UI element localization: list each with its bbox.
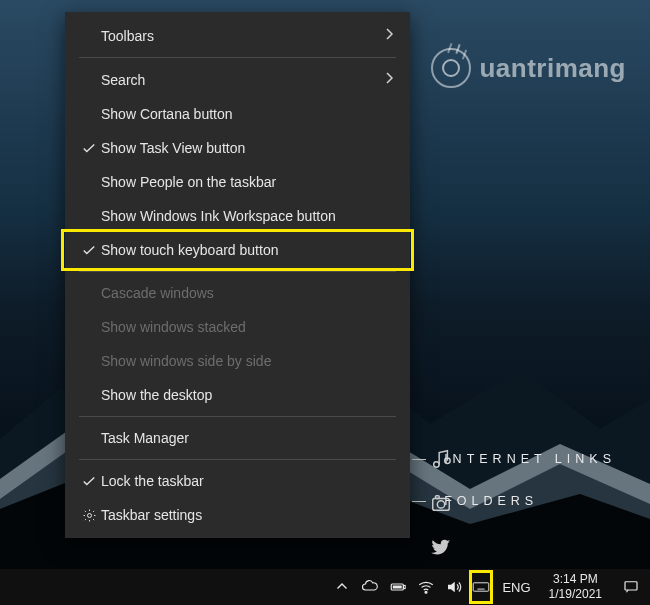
svg-point-0 (434, 462, 440, 468)
menu-label: Show the desktop (101, 387, 394, 403)
menu-label: Taskbar settings (101, 507, 394, 523)
chevron-right-icon (384, 27, 394, 44)
language-text: ENG (502, 580, 530, 595)
divider-dash (412, 501, 426, 502)
menu-label: Toolbars (101, 28, 384, 44)
svg-point-9 (425, 591, 427, 593)
menu-item-lock-taskbar[interactable]: Lock the taskbar (65, 464, 410, 498)
menu-separator (79, 416, 396, 417)
menu-label: Cascade windows (101, 285, 394, 301)
menu-item-show-cortana[interactable]: Show Cortana button (65, 97, 410, 131)
menu-item-show-touch-keyboard[interactable]: Show touch keyboard button (65, 233, 410, 267)
language-indicator[interactable]: ENG (494, 569, 538, 605)
clock-date: 1/19/2021 (549, 587, 602, 602)
menu-item-windows-stacked: Show windows stacked (65, 310, 410, 344)
touch-keyboard-icon[interactable] (468, 569, 494, 605)
twitter-icon (430, 536, 452, 562)
watermark-text: uantrimang (479, 53, 626, 84)
menu-separator (79, 459, 396, 460)
menu-label: Show touch keyboard button (101, 242, 394, 258)
clock-time: 3:14 PM (549, 572, 602, 587)
check-icon (77, 474, 101, 488)
label-internet-links: INTERNET LINKS (444, 452, 616, 466)
watermark-bulb-icon (431, 48, 471, 88)
taskbar[interactable]: ENG 3:14 PM 1/19/2021 (0, 569, 650, 605)
taskbar-clock[interactable]: 3:14 PM 1/19/2021 (539, 572, 612, 602)
menu-label: Search (101, 72, 384, 88)
chevron-right-icon (384, 71, 394, 88)
menu-label: Show Cortana button (101, 106, 394, 122)
svg-rect-7 (404, 586, 406, 589)
menu-item-show-people[interactable]: Show People on the taskbar (65, 165, 410, 199)
menu-item-task-manager[interactable]: Task Manager (65, 421, 410, 455)
label-folders: FOLDERS (444, 494, 538, 508)
menu-item-taskbar-settings[interactable]: Taskbar settings (65, 498, 410, 532)
menu-item-show-desktop[interactable]: Show the desktop (65, 378, 410, 412)
taskbar-context-menu[interactable]: Toolbars Search Show Cortana button Show… (65, 12, 410, 538)
svg-rect-10 (474, 583, 490, 591)
check-icon (77, 243, 101, 257)
social-icon-column (430, 448, 452, 562)
svg-point-5 (87, 513, 91, 517)
volume-icon[interactable] (440, 569, 468, 605)
menu-label: Show windows side by side (101, 353, 394, 369)
svg-point-3 (437, 501, 444, 508)
svg-rect-22 (625, 582, 637, 590)
menu-label: Lock the taskbar (101, 473, 394, 489)
music-note-icon (430, 448, 452, 474)
svg-rect-8 (393, 586, 402, 589)
menu-separator (79, 57, 396, 58)
check-icon (77, 141, 101, 155)
divider-dash (412, 459, 426, 460)
tray-overflow-chevron[interactable] (328, 569, 356, 605)
wifi-icon[interactable] (412, 569, 440, 605)
menu-label: Show Task View button (101, 140, 394, 156)
menu-item-search[interactable]: Search (65, 62, 410, 97)
action-center-icon[interactable] (612, 569, 650, 605)
menu-label: Task Manager (101, 430, 394, 446)
battery-icon[interactable] (384, 569, 412, 605)
menu-item-cascade-windows: Cascade windows (65, 276, 410, 310)
gear-icon (77, 508, 101, 523)
svg-rect-4 (436, 496, 440, 499)
menu-item-windows-side-by-side: Show windows side by side (65, 344, 410, 378)
menu-label: Show Windows Ink Workspace button (101, 208, 394, 224)
menu-label: Show windows stacked (101, 319, 394, 335)
system-tray: ENG 3:14 PM 1/19/2021 (328, 569, 650, 605)
onedrive-icon[interactable] (356, 569, 384, 605)
camera-icon (430, 492, 452, 518)
menu-item-show-task-view[interactable]: Show Task View button (65, 131, 410, 165)
menu-item-show-ink[interactable]: Show Windows Ink Workspace button (65, 199, 410, 233)
menu-label: Show People on the taskbar (101, 174, 394, 190)
menu-item-toolbars[interactable]: Toolbars (65, 18, 410, 53)
watermark: uantrimang (431, 48, 626, 88)
menu-separator (79, 271, 396, 272)
